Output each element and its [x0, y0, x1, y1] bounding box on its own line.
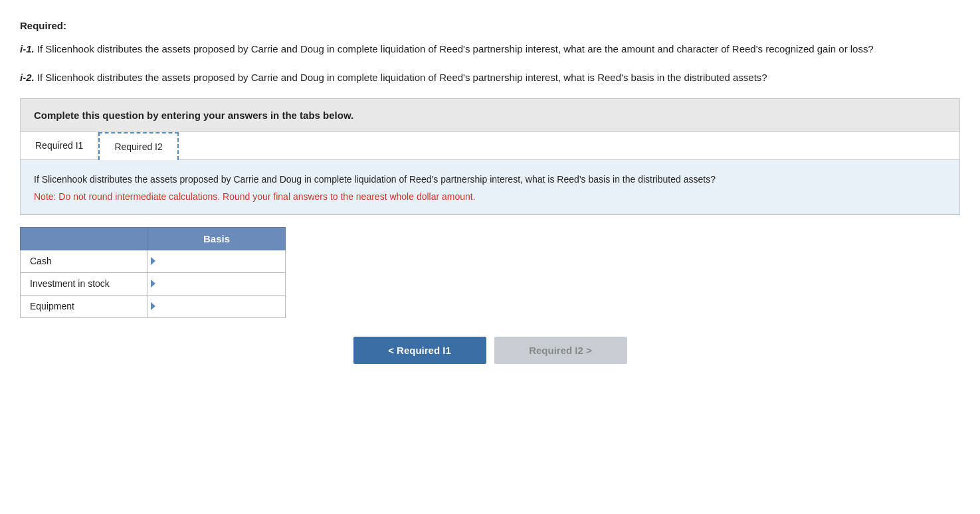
- row-input-cell-1[interactable]: [148, 272, 286, 295]
- tab-required-i1[interactable]: Required I1: [21, 132, 98, 159]
- nav-buttons: < Required I1 Required I2 >: [20, 337, 960, 364]
- tab-required-i2-label: Required I2: [114, 141, 162, 152]
- tab-content-main-text: If Slicenhook distributes the assets pro…: [34, 172, 946, 187]
- row-input-2[interactable]: [148, 296, 285, 317]
- complete-box-text: Complete this question by entering your …: [34, 110, 353, 121]
- required-heading: Required:: [20, 20, 960, 31]
- tab-content-note: Note: Do not round intermediate calculat…: [34, 189, 946, 204]
- prev-button-label: < Required I1: [388, 345, 451, 356]
- question-i1-text: If Slicenhook distributes the assets pro…: [37, 43, 874, 54]
- next-button-label: Required I2 >: [529, 345, 592, 356]
- table-row: Cash: [21, 250, 286, 272]
- answer-table: Basis CashInvestment in stockEquipment: [20, 227, 286, 318]
- question-i1: i-1. If Slicenhook distributes the asset…: [20, 42, 960, 57]
- tabs-row: Required I1 Required I2: [21, 132, 959, 160]
- next-button[interactable]: Required I2 >: [494, 337, 627, 364]
- row-input-0[interactable]: [148, 250, 285, 272]
- question-i2-text: If Slicenhook distributes the assets pro…: [37, 72, 767, 83]
- row-input-cell-2[interactable]: [148, 295, 286, 317]
- row-label-2: Equipment: [21, 295, 148, 317]
- table-row: Equipment: [21, 295, 286, 317]
- question-i2-label: i-2.: [20, 72, 35, 83]
- table-row: Investment in stock: [21, 272, 286, 295]
- tab-content: If Slicenhook distributes the assets pro…: [21, 160, 959, 214]
- question-i2: i-2. If Slicenhook distributes the asset…: [20, 70, 960, 86]
- complete-box: Complete this question by entering your …: [20, 98, 960, 132]
- answer-table-wrap: Basis CashInvestment in stockEquipment: [20, 227, 960, 318]
- col-label-header: [21, 227, 148, 250]
- row-input-1[interactable]: [148, 273, 285, 295]
- tab-required-i2[interactable]: Required I2: [98, 132, 178, 160]
- tab-required-i1-label: Required I1: [35, 140, 83, 151]
- row-label-0: Cash: [21, 250, 148, 272]
- row-label-1: Investment in stock: [21, 272, 148, 295]
- col-basis-header: Basis: [148, 227, 286, 250]
- row-input-cell-0[interactable]: [148, 250, 286, 272]
- tabs-container: Required I1 Required I2 If Slicenhook di…: [20, 132, 960, 215]
- question-i1-label: i-1.: [20, 43, 35, 54]
- prev-button[interactable]: < Required I1: [353, 337, 486, 364]
